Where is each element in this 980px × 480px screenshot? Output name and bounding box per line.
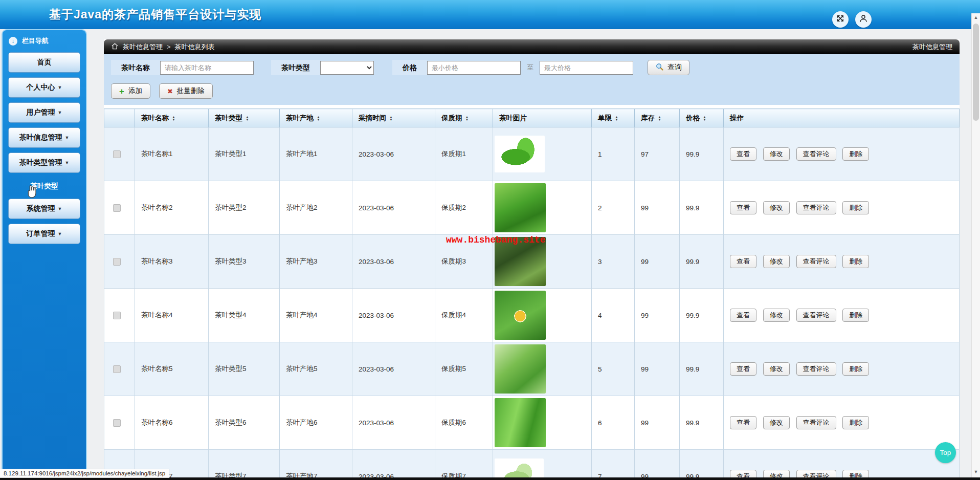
view-button[interactable]: 查看 [730, 147, 756, 161]
sidebar-subitem-tea-type[interactable]: 茶叶类型 [3, 179, 86, 194]
breadcrumb-section[interactable]: 茶叶信息管理 [123, 42, 163, 52]
tea-name-input[interactable] [160, 61, 254, 75]
table-row: 茶叶名称1 茶叶类型1 茶叶产地1 2023-03-06 保质期1 1 97 9… [104, 127, 960, 181]
tea-photo [495, 398, 546, 447]
delete-button[interactable]: 删除 [842, 255, 869, 268]
delete-button[interactable]: 删除 [842, 416, 869, 429]
fullscreen-button[interactable] [832, 11, 849, 28]
header-checkbox-cell [104, 109, 135, 127]
view-button[interactable]: 查看 [730, 201, 756, 214]
add-button[interactable]: + 添加 [111, 83, 150, 99]
cell-stock: 99 [635, 181, 680, 235]
cell-stock: 99 [635, 289, 680, 342]
user-button[interactable] [855, 11, 872, 28]
delete-button[interactable]: 删除 [842, 309, 869, 322]
sidebar-item-label: 茶叶信息管理 [19, 133, 62, 142]
column-label: 单限 [598, 114, 612, 123]
cross-icon: ✖ [167, 88, 173, 95]
sort-icon: ▲▼ [246, 116, 249, 121]
view-comments-button[interactable]: 查看评论 [796, 147, 836, 161]
sidebar-item-user-management[interactable]: 用户管理 ▼ [8, 102, 80, 123]
page-scrollbar[interactable]: ▲ ▼ [971, 13, 980, 480]
sidebar-nav-header: ↓ 栏目导航 [3, 30, 86, 48]
batch-delete-button[interactable]: ✖ 批量删除 [159, 83, 213, 99]
view-button[interactable]: 查看 [730, 309, 756, 322]
sidebar-item-personal-center[interactable]: 个人中心 ▼ [8, 77, 80, 98]
row-checkbox[interactable] [113, 365, 121, 373]
edit-button[interactable]: 修改 [763, 201, 790, 214]
delete-button[interactable]: 删除 [842, 362, 869, 376]
cell-price: 99.9 [680, 396, 724, 450]
add-button-label: 添加 [128, 86, 142, 96]
chevron-down-icon: ▼ [58, 206, 62, 211]
scroll-up-icon[interactable]: ▲ [972, 13, 980, 21]
table-row: 茶叶名称7 茶叶类型7 茶叶产地7 2023-03-06 保质期7 7 99 9… [104, 450, 960, 480]
view-button[interactable]: 查看 [730, 362, 756, 376]
cell-tea-type: 茶叶类型6 [209, 396, 280, 450]
column-header-picked[interactable]: 采摘时间 ▲▼ [352, 109, 435, 127]
cell-tea-origin: 茶叶产地7 [280, 450, 352, 480]
column-header-price[interactable]: 价格 ▲▼ [680, 109, 724, 127]
filter-group-name: 茶叶名称 [111, 60, 254, 75]
cell-price: 99.9 [680, 450, 724, 480]
cell-picked-date: 2023-03-06 [352, 396, 435, 450]
edit-button[interactable]: 修改 [763, 362, 790, 376]
cell-limit: 1 [592, 127, 635, 181]
column-header-type[interactable]: 茶叶类型 ▲▼ [209, 109, 280, 127]
column-header-image: 茶叶图片 [493, 109, 592, 127]
table-row: 茶叶名称5 茶叶类型5 茶叶产地5 2023-03-06 保质期5 5 99 9… [104, 342, 960, 396]
column-header-stock[interactable]: 库存 ▲▼ [635, 109, 680, 127]
column-label: 操作 [730, 114, 744, 122]
chevron-down-icon: ▼ [58, 110, 62, 115]
edit-button[interactable]: 修改 [763, 255, 790, 268]
column-label: 茶叶图片 [499, 114, 527, 122]
tea-type-select[interactable] [320, 61, 374, 75]
delete-button[interactable]: 删除 [842, 201, 869, 214]
row-checkbox[interactable] [113, 258, 121, 266]
row-checkbox[interactable] [113, 150, 121, 158]
search-button[interactable]: 查询 [648, 60, 689, 75]
column-header-name[interactable]: 茶叶名称 ▲▼ [135, 109, 209, 127]
sidebar-item-order-management[interactable]: 订单管理 ▼ [8, 224, 80, 244]
row-checkbox[interactable] [113, 204, 121, 212]
sidebar-item-home[interactable]: 首页 [8, 52, 80, 73]
table-row: 茶叶名称4 茶叶类型4 茶叶产地4 2023-03-06 保质期4 4 99 9… [104, 289, 960, 342]
view-comments-button[interactable]: 查看评论 [796, 201, 836, 214]
view-comments-button[interactable]: 查看评论 [796, 309, 836, 322]
sidebar-item-tea-info-management[interactable]: 茶叶信息管理 ▼ [8, 127, 80, 148]
row-checkbox[interactable] [113, 312, 121, 319]
table-row: 茶叶名称6 茶叶类型6 茶叶产地6 2023-03-06 保质期6 6 99 9… [104, 396, 960, 450]
column-header-shelf[interactable]: 保质期 ▲▼ [435, 109, 493, 127]
edit-button[interactable]: 修改 [763, 147, 790, 161]
cell-tea-name: 茶叶名称5 [135, 342, 209, 396]
back-to-top-button[interactable]: Top [935, 442, 956, 463]
view-comments-button[interactable]: 查看评论 [796, 255, 836, 268]
sidebar-item-tea-type-management[interactable]: 茶叶类型管理 ▼ [8, 152, 80, 173]
edit-button[interactable]: 修改 [763, 416, 790, 429]
max-price-input[interactable] [540, 61, 633, 75]
view-comments-button[interactable]: 查看评论 [796, 362, 836, 376]
view-button[interactable]: 查看 [730, 416, 756, 429]
cell-tea-type: 茶叶类型1 [209, 127, 280, 181]
scroll-down-icon[interactable]: ▼ [972, 468, 980, 476]
sidebar: ↓ 栏目导航 首页 个人中心 ▼ 用户管理 ▼ 茶叶信息管理 ▼ 茶叶类型管理 … [2, 29, 87, 478]
column-header-origin[interactable]: 茶叶产地 ▲▼ [280, 109, 352, 127]
sidebar-item-system-management[interactable]: 系统管理 ▼ [8, 199, 80, 219]
scrollbar-thumb[interactable] [973, 24, 979, 121]
column-label: 保质期 [441, 114, 462, 123]
cell-shelf-life: 保质期1 [435, 127, 493, 181]
chevron-down-icon: ▼ [58, 85, 62, 90]
sidebar-item-label: 订单管理 [27, 229, 55, 238]
sort-icon: ▲▼ [465, 116, 469, 121]
view-button[interactable]: 查看 [730, 255, 756, 268]
row-checkbox[interactable] [113, 419, 121, 427]
cell-tea-origin: 茶叶产地1 [280, 127, 352, 181]
cell-stock: 99 [635, 342, 680, 396]
view-comments-button[interactable]: 查看评论 [796, 416, 836, 429]
edit-button[interactable]: 修改 [763, 309, 790, 322]
sidebar-item-label: 系统管理 [27, 204, 55, 213]
column-header-limit[interactable]: 单限 ▲▼ [592, 109, 635, 127]
min-price-input[interactable] [427, 61, 521, 75]
delete-button[interactable]: 删除 [842, 147, 869, 161]
status-url-tooltip: 8.129.11.174:9016/jspm24ix2/jsp/modules/… [0, 469, 169, 478]
